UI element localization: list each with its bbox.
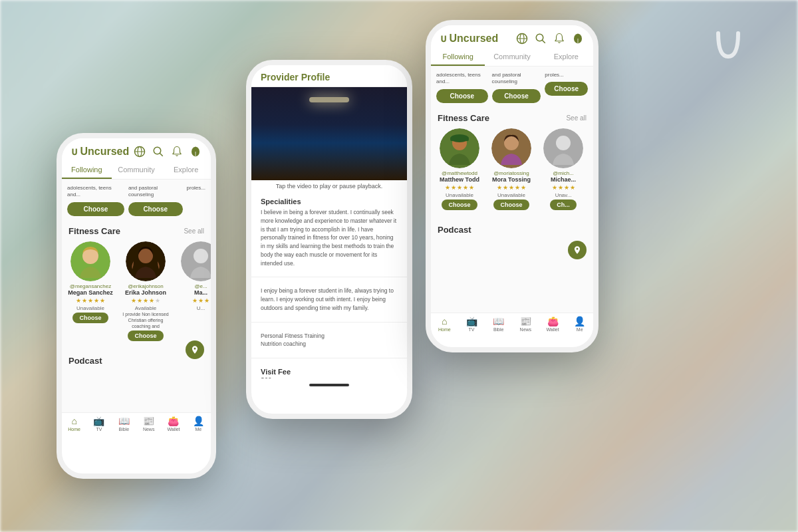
left-counsel-choose-1[interactable]: Choose bbox=[67, 202, 124, 216]
left-bottom-nav: ⌂ Home 📺 TV 📖 Bible 📰 News 👛 Wallet 👤 Me bbox=[62, 412, 211, 434]
left-app-logo: ᴜ Uncursed bbox=[71, 145, 129, 158]
right-globe-icon[interactable] bbox=[516, 33, 528, 45]
left-erika-handle: @erikajohnson bbox=[128, 283, 163, 289]
left-megan-choose[interactable]: Choose bbox=[72, 313, 108, 323]
left-nav-me[interactable]: 👤 Me bbox=[186, 416, 211, 432]
service-2: Nutrition coaching bbox=[261, 340, 398, 348]
left-provider-megan: @megansanchez Megan Sanchez ★★★★★ Unavai… bbox=[67, 241, 114, 342]
left-avatar-erika[interactable] bbox=[126, 241, 166, 281]
specialities-title: Specialities bbox=[261, 198, 398, 205]
right-provider-moria: @moriatossing Mora Tossing ★★★★★ Unavail… bbox=[488, 128, 535, 211]
right-michael-handle: @mich... bbox=[553, 170, 574, 176]
left-tab-community[interactable]: Community bbox=[112, 162, 162, 179]
right-matthew-choose[interactable]: Choose bbox=[442, 200, 477, 210]
left-phone: ᴜ Uncursed Following Community Explore a… bbox=[57, 133, 216, 479]
right-leaf-icon[interactable] bbox=[572, 33, 584, 45]
right-counsel-choose-3[interactable]: Choose bbox=[545, 82, 588, 96]
right-moria-name: Mora Tossing bbox=[492, 176, 531, 183]
globe-icon[interactable] bbox=[134, 146, 146, 158]
right-provider-row: @matthewtodd Matthew Todd ★★★★★ Unavaila… bbox=[431, 126, 593, 214]
left-erika-choose[interactable]: Choose bbox=[128, 331, 163, 341]
right-phone: ᴜ Uncursed Following Community Explore a… bbox=[426, 20, 598, 352]
left-megan-stars: ★★★★★ bbox=[76, 297, 105, 304]
left-megan-status: Unavailable bbox=[76, 305, 104, 311]
right-counsel-choose-2[interactable]: Choose bbox=[492, 89, 541, 103]
right-matthew-name: Matthew Todd bbox=[440, 176, 479, 183]
left-content: adolescents, teens and... Choose and pas… bbox=[62, 180, 211, 412]
middle-specialities: Specialities I believe in being a foreve… bbox=[251, 192, 407, 273]
left-avatar-megan[interactable] bbox=[70, 241, 110, 281]
right-avatar-moria[interactable] bbox=[491, 128, 531, 168]
right-counsel-choose-1[interactable]: Choose bbox=[436, 89, 488, 103]
left-nav-tv[interactable]: 📺 TV bbox=[86, 416, 111, 432]
right-counsel-2: and pastoral counseling Choose bbox=[492, 72, 541, 105]
left-tab-explore[interactable]: Explore bbox=[161, 162, 211, 179]
left-nav-wallet[interactable]: 👛 Wallet bbox=[161, 416, 186, 432]
right-moria-stars: ★★★★★ bbox=[497, 184, 526, 191]
middle-header: Provider Profile bbox=[251, 65, 407, 87]
left-see-all[interactable]: See all bbox=[184, 227, 204, 235]
search-icon[interactable] bbox=[152, 146, 164, 158]
left-nav-bible[interactable]: 📖 Bible bbox=[112, 416, 136, 432]
right-fitness-header: Fitness Care See all bbox=[431, 108, 593, 126]
right-tab-community[interactable]: Community bbox=[485, 49, 539, 66]
left-megan-handle: @megansanchez bbox=[70, 283, 111, 289]
left-podcast-fab[interactable] bbox=[186, 340, 204, 359]
right-podcast-fab[interactable] bbox=[568, 241, 587, 259]
right-nav-home[interactable]: ⌂ Home bbox=[431, 316, 458, 332]
left-provider-row: @megansanchez Megan Sanchez ★★★★★ Unavai… bbox=[62, 239, 211, 345]
right-podcast-title: Podcast bbox=[438, 225, 471, 235]
right-content: adolescents, teens and... Choose and pas… bbox=[431, 66, 593, 313]
right-counsel-3: proles... Choose bbox=[545, 72, 588, 105]
right-matthew-handle: @matthewtodd bbox=[442, 170, 477, 176]
home-bar bbox=[309, 384, 349, 386]
ceiling-light bbox=[309, 97, 349, 102]
svg-line-4 bbox=[160, 153, 163, 156]
right-avatar-matthew[interactable] bbox=[440, 128, 479, 168]
left-erika-desc: I provide Non licensed Christian offerin… bbox=[121, 311, 171, 329]
right-search-icon[interactable] bbox=[535, 33, 547, 45]
left-counsel-2: and pastoral counseling Choose bbox=[128, 185, 183, 218]
right-moria-choose[interactable]: Choose bbox=[493, 200, 529, 210]
leaf-icon[interactable] bbox=[190, 146, 201, 158]
left-nav-home[interactable]: ⌂ Home bbox=[62, 416, 86, 432]
left-nav-tabs: Following Community Explore bbox=[62, 162, 211, 180]
right-nav-tv[interactable]: 📺 TV bbox=[458, 316, 485, 332]
right-nav-tabs: Following Community Explore bbox=[431, 49, 593, 66]
right-podcast-header: Podcast bbox=[431, 219, 593, 237]
bell-icon[interactable] bbox=[171, 146, 183, 158]
middle-visit-fee: Visit Fee $60 bbox=[251, 362, 407, 378]
right-see-all[interactable]: See all bbox=[566, 114, 587, 122]
left-tab-following[interactable]: Following bbox=[62, 162, 112, 179]
left-nav-news[interactable]: 📰 News bbox=[136, 416, 161, 432]
right-michael-stars: ★★★★ bbox=[552, 184, 575, 191]
right-michael-choose[interactable]: Ch... bbox=[550, 200, 577, 210]
right-phone-header: ᴜ Uncursed bbox=[431, 25, 593, 49]
middle-bio: I enjoy being a forever student in life,… bbox=[251, 281, 407, 317]
right-matthew-stars: ★★★★★ bbox=[445, 184, 474, 191]
svg-point-9 bbox=[138, 249, 153, 263]
right-nav-wallet[interactable]: 👛 Wallet bbox=[539, 316, 567, 332]
right-nav-news[interactable]: 📰 News bbox=[512, 316, 539, 332]
left-phone-header: ᴜ Uncursed bbox=[62, 138, 211, 162]
right-avatar-michael[interactable] bbox=[543, 128, 583, 168]
right-nav-bible[interactable]: 📖 Bible bbox=[485, 316, 512, 332]
right-michael-name: Michae... bbox=[551, 176, 576, 183]
left-counsel-3: proles... bbox=[187, 185, 205, 218]
right-moria-status: Unavailable bbox=[497, 192, 525, 198]
left-fitness-header: Fitness Care See all bbox=[62, 221, 211, 239]
right-nav-me[interactable]: 👤 Me bbox=[566, 316, 593, 332]
left-avatar-3[interactable] bbox=[181, 241, 211, 281]
left-counsel-choose-2[interactable]: Choose bbox=[128, 202, 183, 216]
middle-video[interactable] bbox=[251, 87, 407, 180]
middle-services: Personal Fitness Training Nutrition coac… bbox=[251, 327, 407, 354]
right-tab-explore[interactable]: Explore bbox=[539, 49, 593, 66]
right-tab-following[interactable]: Following bbox=[431, 49, 485, 66]
middle-home-indicator bbox=[251, 378, 407, 392]
right-counseling-row: adolescents, teens and... Choose and pas… bbox=[431, 69, 593, 108]
middle-title: Provider Profile bbox=[261, 72, 398, 82]
service-1: Personal Fitness Training bbox=[261, 332, 398, 340]
uncursed-logo-corner bbox=[712, 27, 745, 74]
right-bell-icon[interactable] bbox=[553, 33, 565, 45]
right-counsel-1: adolescents, teens and... Choose bbox=[436, 72, 488, 105]
